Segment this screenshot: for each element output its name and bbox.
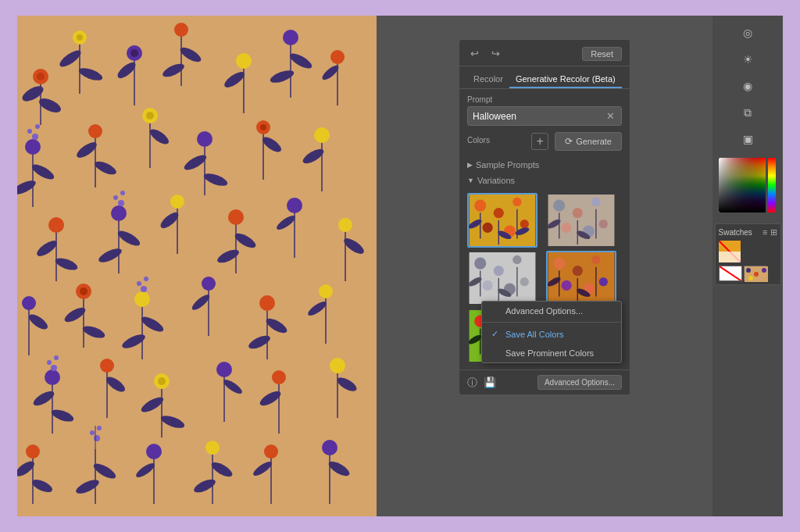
- swatches-title: Swatches: [719, 228, 752, 237]
- sample-prompts-arrow: ▶: [467, 161, 473, 169]
- dropdown-advanced-label: Advanced Options...: [505, 306, 583, 316]
- variations-header[interactable]: ▼ Variations: [467, 173, 622, 188]
- svg-point-21: [236, 53, 252, 69]
- svg-point-32: [25, 139, 41, 155]
- svg-point-135: [94, 435, 100, 441]
- color-picker[interactable]: [719, 158, 777, 212]
- swatches-list-icon[interactable]: ≡: [762, 227, 767, 237]
- variation-4[interactable]: [546, 251, 616, 305]
- svg-point-167: [573, 208, 583, 218]
- svg-point-100: [259, 295, 275, 311]
- save-icon[interactable]: 💾: [484, 377, 496, 388]
- svg-point-64: [113, 195, 118, 200]
- svg-point-158: [520, 220, 529, 228]
- svg-rect-227: [768, 158, 776, 212]
- info-icon[interactable]: ⓘ: [467, 376, 477, 390]
- svg-point-96: [202, 277, 216, 291]
- dropdown-save-all[interactable]: ✓ Save All Colors: [482, 324, 621, 344]
- add-color-button[interactable]: +: [531, 133, 548, 150]
- dropdown-save-all-label: Save All Colors: [505, 330, 564, 339]
- svg-point-192: [591, 255, 600, 264]
- svg-point-63: [118, 200, 124, 206]
- sample-prompts-header[interactable]: ▶ Sample Prompts: [467, 157, 622, 173]
- prompt-input[interactable]: [473, 111, 605, 122]
- svg-point-151: [322, 440, 338, 455]
- svg-point-5: [37, 73, 45, 80]
- svg-rect-230: [719, 252, 741, 262]
- advanced-options-button[interactable]: Advanced Options...: [538, 375, 622, 390]
- svg-point-169: [562, 223, 572, 233]
- canvas-area: [17, 16, 377, 516]
- tab-recolor[interactable]: Recolor: [467, 71, 509, 88]
- svg-point-107: [45, 370, 60, 385]
- layers-tool[interactable]: ⧉: [737, 102, 759, 123]
- svg-point-155: [512, 198, 521, 206]
- svg-point-181: [483, 280, 493, 291]
- svg-point-33: [32, 134, 38, 140]
- undo-button[interactable]: ↩: [467, 46, 482, 61]
- colors-label: Colors: [467, 136, 490, 145]
- generate-icon: ⟳: [565, 136, 573, 147]
- circle-tool[interactable]: ◎: [737, 22, 759, 44]
- dropdown-menu: Advanced Options... ✓ Save All Colors Sa…: [481, 301, 622, 363]
- svg-point-234: [746, 268, 751, 273]
- variation-2[interactable]: [546, 193, 616, 248]
- svg-point-28: [330, 50, 345, 64]
- variation-3[interactable]: [467, 251, 538, 305]
- prompt-input-wrap: ✕: [467, 106, 622, 126]
- colors-row: Colors + ⟳ Generate: [467, 132, 622, 151]
- svg-point-58: [48, 217, 64, 233]
- square-tool[interactable]: ▣: [737, 128, 759, 150]
- generate-button[interactable]: ⟳ Generate: [555, 132, 622, 151]
- svg-point-90: [134, 291, 150, 307]
- swatch-pattern-2[interactable]: [744, 266, 767, 281]
- svg-point-54: [314, 127, 330, 143]
- floral-pattern: [17, 16, 377, 516]
- svg-point-148: [264, 445, 278, 459]
- svg-point-235: [754, 272, 759, 277]
- clear-prompt-button[interactable]: ✕: [605, 110, 616, 122]
- svg-point-179: [494, 266, 504, 276]
- swatch-main[interactable]: [719, 241, 741, 262]
- middle-panel: ↩ ↪ Reset Recolor Generative Recolor (Be…: [377, 16, 712, 516]
- globe-tool[interactable]: ◉: [737, 75, 759, 97]
- swatches-icons: ≡ ⊞: [762, 227, 777, 237]
- toolbar-left: ↩ ↪: [467, 46, 503, 61]
- recolor-panel: ↩ ↪ Reset Recolor Generative Recolor (Be…: [459, 39, 630, 395]
- svg-point-25: [283, 30, 298, 45]
- svg-point-93: [144, 277, 148, 281]
- color-gradient-svg: [719, 158, 777, 212]
- svg-point-171: [599, 220, 608, 228]
- panel-tabs: Recolor Generative Recolor (Beta): [459, 66, 630, 89]
- svg-point-68: [170, 195, 184, 209]
- svg-point-10: [77, 34, 83, 41]
- svg-point-145: [205, 441, 220, 455]
- swatch-pattern-2-svg: [745, 266, 768, 282]
- variations-arrow: ▼: [467, 177, 474, 184]
- svg-point-62: [111, 205, 127, 221]
- svg-point-78: [338, 218, 352, 232]
- dropdown-save-prominent[interactable]: Save Prominent Colors: [482, 344, 621, 362]
- svg-point-131: [26, 445, 40, 459]
- right-panel: ◎ ☀ ◉ ⧉ ▣: [712, 16, 783, 516]
- reset-button[interactable]: Reset: [582, 47, 622, 61]
- swatch-pattern-1[interactable]: [719, 266, 742, 281]
- dropdown-advanced[interactable]: Advanced Options...: [482, 302, 621, 320]
- sun-tool[interactable]: ☀: [737, 48, 759, 70]
- svg-point-18: [174, 23, 188, 37]
- svg-point-127: [330, 358, 345, 373]
- redo-button[interactable]: ↪: [488, 46, 503, 61]
- swatches-grid-icon[interactable]: ⊞: [770, 227, 777, 237]
- tab-generative-recolor[interactable]: Generative Recolor (Beta): [509, 71, 622, 88]
- svg-point-113: [100, 359, 114, 373]
- svg-point-108: [51, 365, 57, 371]
- svg-point-92: [137, 281, 141, 286]
- svg-point-47: [197, 131, 212, 147]
- svg-point-72: [228, 209, 244, 225]
- svg-point-65: [120, 191, 125, 195]
- variation-1[interactable]: [467, 193, 538, 248]
- svg-point-136: [90, 430, 95, 435]
- panel-footer: ⓘ 💾 Advanced Options...: [459, 370, 630, 395]
- svg-point-109: [47, 360, 52, 365]
- svg-point-43: [146, 112, 154, 120]
